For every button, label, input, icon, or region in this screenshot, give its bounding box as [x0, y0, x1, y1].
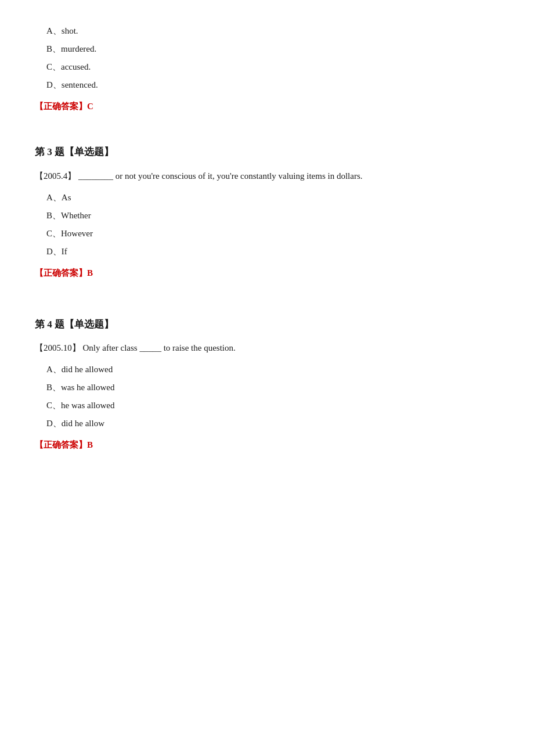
question4-option-c: C、he was allowed — [46, 398, 499, 413]
question4-header: 第 4 题【单选题】 — [35, 316, 499, 334]
partial-option-d: D、sentenced. — [46, 77, 499, 93]
question4-answer: 【正确答案】B — [35, 437, 499, 453]
question4-option-a: A、did he allowed — [46, 362, 499, 377]
question3-header: 第 3 题【单选题】 — [35, 143, 499, 161]
question4-block: 第 4 题【单选题】 【2005.10】 Only after class __… — [35, 316, 499, 453]
question3-option-d: D、If — [46, 244, 499, 260]
question3-text: 【2005.4】 ________ or not you're consciou… — [35, 168, 499, 184]
partial-answer: 【正确答案】C — [35, 99, 499, 114]
question3-block: 第 3 题【单选题】 【2005.4】 ________ or not you'… — [35, 143, 499, 281]
partial-option-c: C、accused. — [46, 59, 499, 75]
partial-question-block: A、shot. B、murdered. C、accused. D、sentenc… — [35, 23, 499, 114]
question4-option-d: D、did he allow — [46, 416, 499, 431]
question3-options: A、As B、Whether C、However D、If — [46, 190, 499, 260]
question4-text: 【2005.10】 Only after class _____ to rais… — [35, 340, 499, 356]
partial-option-a: A、shot. — [46, 23, 499, 39]
question4-option-b: B、was he allowed — [46, 380, 499, 395]
partial-option-b: B、murdered. — [46, 41, 499, 57]
question4-options: A、did he allowed B、was he allowed C、he w… — [46, 362, 499, 431]
partial-options: A、shot. B、murdered. C、accused. D、sentenc… — [46, 23, 499, 93]
question3-option-c: C、However — [46, 226, 499, 242]
question3-option-b: B、Whether — [46, 208, 499, 224]
question3-answer: 【正确答案】B — [35, 265, 499, 281]
question3-option-a: A、As — [46, 190, 499, 206]
